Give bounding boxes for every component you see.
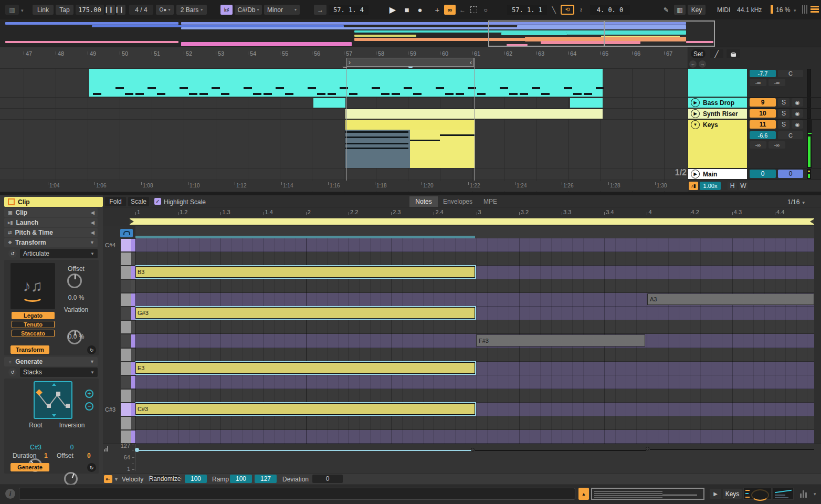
randomize-amount[interactable]: 100: [185, 475, 207, 483]
keys-send-b[interactable]: -∞: [769, 141, 785, 149]
key-map-button[interactable]: Key: [688, 5, 706, 15]
tab-envelopes[interactable]: Envelopes: [440, 196, 476, 207]
midi-note[interactable]: G#3: [135, 307, 475, 319]
fade-in-icon[interactable]: ≀: [576, 5, 586, 15]
piano-key-F3[interactable]: [121, 349, 131, 361]
stop-button[interactable]: ■: [401, 4, 413, 15]
transform-refresh-icon[interactable]: ↺: [8, 249, 17, 258]
piano-key-D3[interactable]: [121, 390, 131, 402]
tap-button[interactable]: Tap: [56, 5, 73, 15]
circle-icon[interactable]: ○: [481, 5, 490, 15]
transform-reroll-icon[interactable]: ↻: [87, 345, 96, 354]
note-row-F#3[interactable]: [135, 334, 814, 348]
midi-label[interactable]: MIDI: [717, 6, 730, 14]
link-button[interactable]: Link: [33, 5, 54, 15]
cpu-value[interactable]: 16 %: [776, 6, 790, 14]
zoom-height-button[interactable]: H: [728, 182, 737, 190]
piano-key-F#3[interactable]: [121, 334, 131, 347]
stacks-root-handle[interactable]: [36, 389, 43, 396]
device-thumbnail-1[interactable]: [743, 488, 772, 500]
clip-loop-bar[interactable]: [130, 218, 814, 225]
clip-overview-minimap[interactable]: [591, 488, 704, 500]
velocity-line-selected[interactable]: [136, 450, 472, 451]
scale-button[interactable]: Scale: [128, 197, 149, 206]
note-row-C4[interactable]: [135, 252, 814, 266]
duration-value[interactable]: 1: [44, 452, 48, 459]
bass-arm-button[interactable]: ◉: [792, 98, 803, 107]
variation-value[interactable]: 0.0 %: [58, 333, 94, 340]
lane-toggle-button[interactable]: ⇤: [104, 475, 112, 483]
keys-clip-body-right[interactable]: [410, 130, 475, 168]
time-signature-field[interactable]: 4 / 4: [129, 5, 153, 15]
overview-viewport[interactable]: [488, 20, 715, 47]
note-row-F3[interactable]: [135, 348, 814, 362]
ghost-note[interactable]: F#3: [476, 334, 645, 346]
slope-tool-icon[interactable]: ╱: [710, 49, 723, 58]
keys-solo-button[interactable]: S: [778, 120, 790, 129]
velocity-line-2[interactable]: [475, 450, 646, 451]
velocity-point-3[interactable]: [646, 447, 649, 450]
piano-key-C3[interactable]: [121, 417, 131, 429]
add-tracks-icon[interactable]: +: [433, 5, 442, 15]
inversion-value[interactable]: 0: [55, 444, 89, 451]
fade-out-icon[interactable]: ╲: [549, 5, 559, 15]
stacks-dropdown[interactable]: Stacks▼: [20, 368, 98, 377]
loop-length-field[interactable]: 4. 0. 0: [590, 5, 630, 15]
arrangement-position-field[interactable]: 57. 1. 4: [329, 5, 369, 15]
velocity-point-2[interactable]: [471, 448, 475, 452]
window-icon[interactable]: ▥: [5, 5, 19, 15]
piano-key-A#3[interactable]: [121, 280, 131, 292]
remove-voice-icon[interactable]: −: [85, 402, 93, 411]
grid-setting[interactable]: 1/16 ▼: [787, 198, 806, 206]
ramp-to[interactable]: 127: [255, 475, 277, 483]
gen-offset-value[interactable]: 0: [87, 452, 91, 459]
bass-solo-button[interactable]: S: [778, 98, 790, 107]
piano-key-A3[interactable]: [121, 293, 131, 306]
drums-track-color[interactable]: [688, 69, 747, 97]
generate-reroll-icon[interactable]: ↻: [87, 463, 96, 472]
track-header-synth-riser[interactable]: ▶Synth Riser: [688, 109, 747, 119]
back-to-arrangement-icon[interactable]: ←: [458, 5, 467, 15]
note-row-D3[interactable]: [135, 389, 814, 403]
drums-volume[interactable]: -7.7: [750, 70, 776, 77]
piano-key-B3[interactable]: [121, 266, 131, 279]
bass-drop-clip-2[interactable]: [570, 98, 603, 108]
fold-button[interactable]: Fold: [105, 197, 126, 206]
preview-play-button[interactable]: ▶: [710, 489, 721, 499]
window-caret-icon[interactable]: ▾: [21, 8, 24, 13]
loop-switch-icon[interactable]: ⟲: [561, 5, 574, 15]
piano-key-C#4[interactable]: [121, 239, 131, 251]
velocity-point-selected[interactable]: [135, 448, 139, 452]
piano-keys[interactable]: C#4C#3: [103, 226, 135, 444]
generate-apply-button[interactable]: Generate: [10, 463, 49, 471]
add-voice-icon[interactable]: +: [85, 390, 93, 398]
main-volume[interactable]: 0: [750, 170, 776, 178]
drums-clip[interactable]: [89, 69, 603, 97]
piano-key-B2[interactable]: [121, 430, 131, 443]
velocity-line-3[interactable]: [650, 449, 814, 450]
ghost-note[interactable]: A3: [647, 293, 814, 305]
piano-key-C#3[interactable]: [121, 403, 131, 416]
clip-overview-toggle[interactable]: ▲: [578, 488, 589, 500]
section-transform[interactable]: ❖Transform▼: [4, 238, 98, 247]
midi-note[interactable]: B3: [135, 266, 475, 278]
status-input[interactable]: [19, 488, 575, 500]
track-header-main[interactable]: ▶Main: [688, 169, 747, 179]
synth-midi-channel[interactable]: 10: [750, 109, 776, 118]
quantize-menu[interactable]: 2 Bars▾: [176, 5, 207, 15]
play-button[interactable]: ▶: [386, 4, 399, 15]
editor-ruler[interactable]: 11.21.31.422.22.32.433.23.33.444.24.34.4: [103, 208, 821, 217]
arrangement-loop-brace[interactable]: ›‹: [346, 58, 474, 67]
keys-clip-header[interactable]: [345, 120, 475, 130]
record-button[interactable]: ●: [414, 4, 426, 15]
keyboard-icon[interactable]: ▥: [674, 5, 686, 15]
preview-headphone-button[interactable]: [120, 229, 133, 237]
scale-mode-menu[interactable]: Minor▾: [264, 5, 300, 15]
tab-notes[interactable]: Notes: [409, 196, 438, 207]
follow-icon[interactable]: →: [314, 5, 327, 15]
synth-arm-button[interactable]: ◉: [792, 109, 803, 118]
track-header-bass-drop[interactable]: ▶Bass Drop: [688, 98, 747, 108]
groove-pool-icon[interactable]: O●▾: [156, 5, 174, 15]
loop-end-arrow-icon[interactable]: [810, 219, 814, 224]
highlight-scale-checkbox[interactable]: ✓: [154, 198, 161, 205]
